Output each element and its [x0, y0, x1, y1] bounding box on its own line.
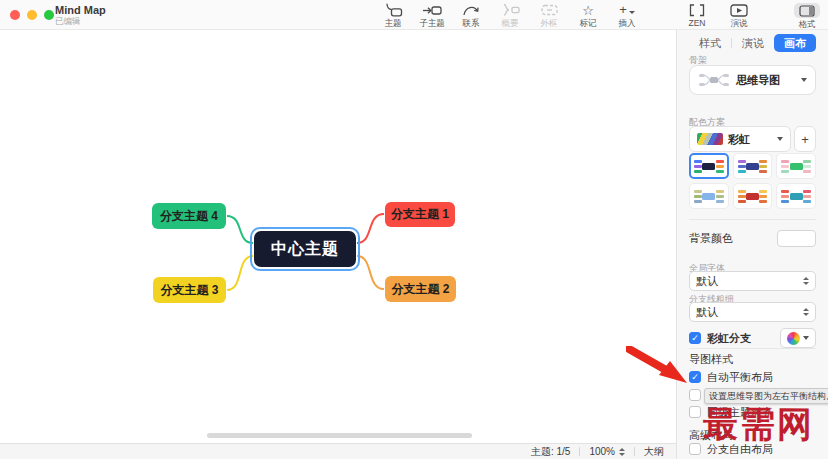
color-scheme-value: 彩虹: [728, 132, 772, 147]
toolbar-label: 概要: [502, 18, 519, 30]
swatch-bar: [716, 190, 724, 193]
swatch-bar: [716, 200, 724, 203]
chevron-down-icon: [801, 78, 807, 82]
rainbow-color-button[interactable]: [780, 328, 816, 348]
format-panel-button[interactable]: 格式: [794, 3, 820, 31]
tab-style[interactable]: 样式: [689, 34, 731, 52]
marker-star-icon: ☆: [582, 3, 594, 17]
toolbar-relationship-button[interactable]: 联系: [458, 3, 484, 30]
swatch-center: [746, 193, 759, 200]
swatch-bar: [694, 170, 702, 173]
central-topic-node[interactable]: 中心主题: [254, 231, 356, 267]
swatch-bar: [803, 165, 811, 168]
toolbar-label: 联系: [463, 18, 480, 30]
swatch-bar: [694, 195, 702, 198]
zoom-stepper-icon[interactable]: [619, 448, 625, 456]
skeleton-dropdown[interactable]: 思维导图: [689, 65, 816, 95]
rainbow-swatch-icon: [697, 133, 723, 145]
main-toolbar: 主题 子主题 联系 概要: [380, 3, 640, 30]
toolbar-insert-button[interactable]: + 插入: [614, 3, 640, 30]
document-edit-status: 已编辑: [55, 16, 106, 27]
boundary-icon: [540, 3, 559, 17]
swatch-bar: [716, 195, 724, 198]
tab-pitch[interactable]: 演说: [732, 34, 774, 52]
chevron-down-icon: [777, 137, 783, 141]
toolbar-label: 标记: [580, 18, 597, 30]
rainbow-branch-label: 彩虹分支: [707, 331, 751, 346]
global-font-value: 默认: [696, 274, 718, 289]
background-color-well[interactable]: [777, 230, 816, 247]
color-scheme-dropdown[interactable]: 彩虹: [689, 126, 791, 152]
color-scheme-row: 彩虹 +: [689, 126, 816, 152]
zen-brackets-icon: [689, 3, 705, 17]
swatch-bar: [738, 190, 746, 193]
swatch-bar: [781, 165, 789, 168]
branch-topic-1-node[interactable]: 分支主题 1: [385, 202, 455, 227]
minimize-window-button[interactable]: [27, 10, 37, 20]
toolbar-label: ZEN: [689, 18, 706, 28]
mindmap-app-window: Mind Map 已编辑 主题 子主题 联系: [0, 0, 828, 459]
zoom-control[interactable]: 100%: [589, 446, 625, 457]
topic-count: 主题: 1/5: [531, 445, 570, 459]
swatch-bar: [781, 170, 789, 173]
close-window-button[interactable]: [10, 10, 20, 20]
branch-topic-4-node[interactable]: 分支主题 4: [152, 203, 226, 229]
free-branch-layout-checkbox[interactable]: [689, 443, 701, 455]
selection-ring: 中心主题: [250, 227, 360, 271]
theme-card-4[interactable]: [689, 183, 729, 209]
swatch-bar: [781, 160, 789, 163]
theme-card-6[interactable]: [776, 183, 816, 209]
align-siblings-checkbox[interactable]: [689, 406, 701, 418]
swatch-bar: [694, 165, 702, 168]
toolbar-topic-button[interactable]: 主题: [380, 3, 406, 30]
relationship-icon: [462, 3, 480, 17]
statusbar: 主题: 1/5 100% 大纲: [0, 443, 676, 459]
swatch-bar: [738, 165, 746, 168]
toolbar-marker-button[interactable]: ☆ 标记: [575, 3, 601, 30]
swatch-bar: [759, 195, 767, 198]
compact-layout-checkbox[interactable]: [689, 389, 701, 401]
tab-canvas[interactable]: 画布: [774, 34, 816, 52]
theme-card-3[interactable]: [776, 153, 816, 179]
pitch-mode-button[interactable]: 演说: [726, 3, 752, 30]
branch-topic-label: 分支主题 3: [160, 282, 218, 299]
outline-button[interactable]: 大纲: [644, 445, 664, 459]
topic-icon: [383, 3, 403, 17]
branch-topic-3-node[interactable]: 分支主题 3: [153, 277, 226, 303]
branch-topic-2-node[interactable]: 分支主题 2: [385, 276, 456, 302]
rainbow-branch-checkbox[interactable]: [689, 332, 701, 344]
theme-card-5[interactable]: [733, 183, 773, 209]
theme-card-2[interactable]: [733, 153, 773, 179]
toolbar-label: 子主题: [419, 18, 445, 30]
swatch-bar: [803, 170, 811, 173]
fullscreen-window-button[interactable]: [44, 10, 54, 20]
swatch-bar: [759, 200, 767, 203]
theme-card-row: [689, 153, 816, 179]
section-divider: [689, 348, 816, 349]
swatch-bar: [759, 170, 767, 173]
statusbar-divider: [579, 447, 580, 456]
swatch-bar: [694, 190, 702, 193]
toolbar-label: 演说: [731, 18, 748, 30]
map-style-heading: 导图样式: [689, 352, 816, 367]
stepper-icon: [803, 277, 809, 285]
titlebar: Mind Map 已编辑 主题 子主题 联系: [0, 0, 828, 30]
theme-card-row: [689, 183, 816, 209]
horizontal-scrollbar[interactable]: [207, 433, 472, 438]
play-presentation-icon: [730, 3, 748, 17]
add-color-scheme-button[interactable]: +: [794, 126, 816, 152]
zen-mode-button[interactable]: ZEN: [684, 3, 710, 30]
skeleton-value: 思维导图: [736, 73, 795, 88]
color-wheel-icon: [787, 332, 800, 345]
toolbar-subtopic-button[interactable]: 子主题: [419, 3, 445, 30]
mindmap-canvas[interactable]: 分支主题 4 分支主题 1 分支主题 3 分支主题 2 中心主题: [0, 30, 676, 443]
global-font-select[interactable]: 默认: [689, 271, 816, 291]
theme-card-1[interactable]: [689, 153, 729, 179]
swatch-center: [790, 193, 803, 200]
connector-branch-2: [357, 256, 384, 289]
section-divider: [689, 219, 816, 220]
branch-line-width-select[interactable]: 默认: [689, 302, 816, 322]
branch-topic-label: 分支主题 2: [391, 281, 449, 298]
option-label: 自动平衡布局: [707, 370, 773, 385]
zoom-level: 100%: [589, 446, 615, 457]
